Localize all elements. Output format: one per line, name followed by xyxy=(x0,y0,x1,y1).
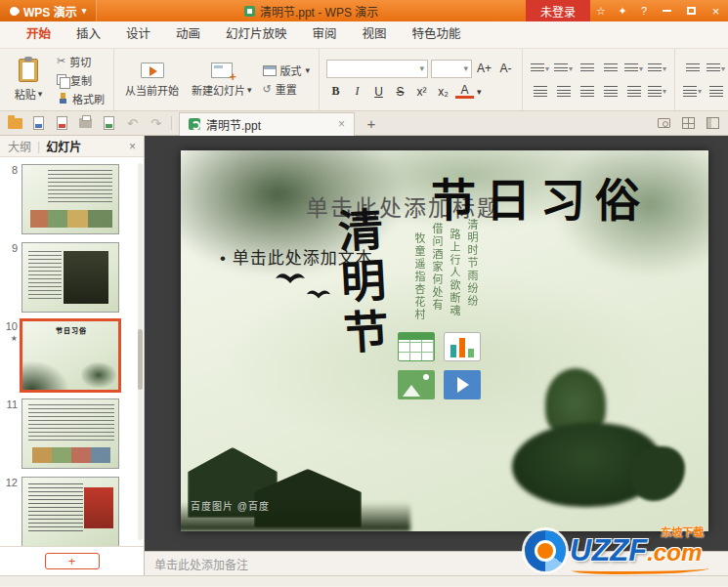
reset-icon: ↺ xyxy=(263,83,272,96)
favorite-star-icon[interactable]: ☆ xyxy=(590,5,612,18)
bullet-list-button[interactable]: ▾ xyxy=(530,60,550,77)
workspace-grid-button[interactable] xyxy=(680,115,697,132)
text-direction-button[interactable]: ▾ xyxy=(647,60,667,77)
redo-button[interactable]: ↷ xyxy=(148,115,164,132)
tab-view[interactable]: 视图 xyxy=(350,21,400,48)
slide-thumbnail-row: 8 xyxy=(0,164,144,234)
superscript-button[interactable]: x² xyxy=(412,83,431,101)
insert-media-icon[interactable] xyxy=(444,370,481,399)
close-button[interactable]: × xyxy=(704,0,728,21)
slides-tab[interactable]: 幻灯片 xyxy=(46,138,81,154)
font-name-input[interactable] xyxy=(330,63,419,74)
decrease-indent-button[interactable] xyxy=(577,60,597,77)
distribute-button[interactable] xyxy=(623,82,644,100)
help-icon[interactable]: ? xyxy=(633,5,655,17)
save-button[interactable] xyxy=(30,115,47,132)
shrink-font-button[interactable]: A- xyxy=(496,60,515,77)
print-preview-icon xyxy=(104,116,114,130)
uzzf-swoosh xyxy=(572,565,708,574)
print-button[interactable] xyxy=(77,115,94,132)
wps-logo-label: WPS 演示 xyxy=(23,3,77,20)
minimize-button[interactable] xyxy=(655,0,679,21)
tab-home[interactable]: 开始 xyxy=(14,21,64,48)
insert-picture-icon[interactable] xyxy=(398,370,435,399)
start-from-current-button[interactable]: 从当前开始 xyxy=(121,61,183,100)
maximize-icon xyxy=(687,7,696,15)
cut-button[interactable]: ✂剪切 xyxy=(55,54,107,69)
subscript-button[interactable]: x₂ xyxy=(434,83,452,101)
wps-logo-menu[interactable]: WPS 演示 ▾ xyxy=(0,0,97,21)
bold-button[interactable]: B xyxy=(326,83,345,101)
align-center-button[interactable] xyxy=(553,82,574,100)
arrange-button[interactable]: ▾ xyxy=(706,60,726,77)
insert-chart-icon[interactable] xyxy=(444,332,481,361)
strikethrough-button[interactable]: S xyxy=(391,83,409,101)
slide-editor[interactable]: 单击此处添加标题 节日习俗 • 单击此处添加文本 清明节 清明时节雨纷纷 路上行… xyxy=(181,150,708,531)
slide-title-text[interactable]: 节日习俗 xyxy=(431,164,650,229)
swallow-icon xyxy=(275,270,306,285)
align-justify-button[interactable] xyxy=(600,82,621,100)
tab-special-features[interactable]: 特色功能 xyxy=(400,21,474,48)
layout-button[interactable]: 版式▾ xyxy=(261,63,313,78)
grow-font-button[interactable]: A+ xyxy=(475,60,493,77)
align-right-icon xyxy=(580,86,594,97)
side-panel-toggle-button[interactable] xyxy=(705,115,721,132)
tab-animation[interactable]: 动画 xyxy=(163,21,213,48)
tab-review[interactable]: 审阅 xyxy=(300,21,350,48)
print-preview-button[interactable] xyxy=(101,115,117,132)
italic-button[interactable]: I xyxy=(348,83,366,101)
shape-fill-button[interactable]: ▾ xyxy=(682,82,703,100)
outline-tab[interactable]: 大纲 xyxy=(8,138,31,154)
work-area: 单击此处添加标题 节日习俗 • 单击此处添加文本 清明节 清明时节雨纷纷 路上行… xyxy=(145,136,728,575)
font-size-input[interactable] xyxy=(435,63,463,74)
login-button[interactable]: 未登录 xyxy=(526,0,590,21)
screenshot-button[interactable] xyxy=(656,115,672,132)
thumbnail-scrollbar[interactable] xyxy=(138,163,143,540)
presentation-file-icon xyxy=(244,6,255,17)
thumbnail-title: 节日习俗 xyxy=(56,325,87,335)
slide-thumbnail[interactable] xyxy=(21,242,119,313)
scrollbar-thumb[interactable] xyxy=(138,329,143,390)
slide-thumbnail[interactable] xyxy=(21,164,119,234)
font-color-button[interactable]: A xyxy=(455,84,474,99)
new-tab-button[interactable]: + xyxy=(362,115,381,132)
insert-shape-button[interactable] xyxy=(682,60,703,77)
skin-icon[interactable]: ✦ xyxy=(612,5,633,18)
vertical-calligraphy-title[interactable]: 清明节 xyxy=(333,206,386,360)
slide-thumbnail[interactable] xyxy=(21,398,119,469)
format-painter-button[interactable]: 格式刷 xyxy=(55,91,107,106)
reset-button[interactable]: ↺重置 xyxy=(261,81,313,97)
notes-placeholder: 单击此处添加备注 xyxy=(154,556,248,572)
tab-insert[interactable]: 插入 xyxy=(64,21,113,48)
line-spacing-button[interactable]: ▾ xyxy=(647,82,667,100)
thumbnail-art xyxy=(84,487,113,528)
slide-thumbnail[interactable] xyxy=(21,477,119,546)
align-left-button[interactable] xyxy=(530,82,550,100)
insert-table-icon[interactable] xyxy=(398,332,435,361)
numbered-list-button[interactable]: ▾ xyxy=(553,60,574,77)
slide-thumbnail[interactable]: 节日习俗 xyxy=(21,320,119,391)
paste-button[interactable]: 粘贴▾ xyxy=(7,57,50,104)
tab-design[interactable]: 设计 xyxy=(113,21,163,48)
export-pdf-button[interactable] xyxy=(54,115,70,132)
columns-button[interactable]: ▾ xyxy=(623,60,644,77)
close-tab-icon[interactable]: × xyxy=(338,117,345,131)
document-tab[interactable]: 清明节.ppt × xyxy=(179,112,355,136)
add-slide-button[interactable]: + xyxy=(45,553,100,569)
bullet-list-icon xyxy=(531,63,544,74)
tab-slideshow[interactable]: 幻灯片放映 xyxy=(213,21,300,48)
font-row-bottom: B I U S x² x₂ A ▾ xyxy=(326,83,515,101)
shape-outline-button[interactable] xyxy=(706,82,726,100)
open-folder-button[interactable] xyxy=(7,115,23,132)
font-size-select[interactable]: ▾ xyxy=(431,60,472,78)
align-right-button[interactable] xyxy=(577,82,597,100)
close-panel-icon[interactable]: × xyxy=(129,140,136,153)
font-name-select[interactable]: ▾ xyxy=(326,60,428,78)
undo-button[interactable]: ↶ xyxy=(124,115,141,132)
increase-indent-button[interactable] xyxy=(600,60,621,77)
copy-button[interactable]: 复制 xyxy=(55,72,107,88)
underline-button[interactable]: U xyxy=(369,83,388,101)
swallow-icon xyxy=(306,287,331,300)
new-slide-button[interactable]: 新建幻灯片▾ xyxy=(188,61,256,100)
maximize-button[interactable] xyxy=(679,0,704,21)
